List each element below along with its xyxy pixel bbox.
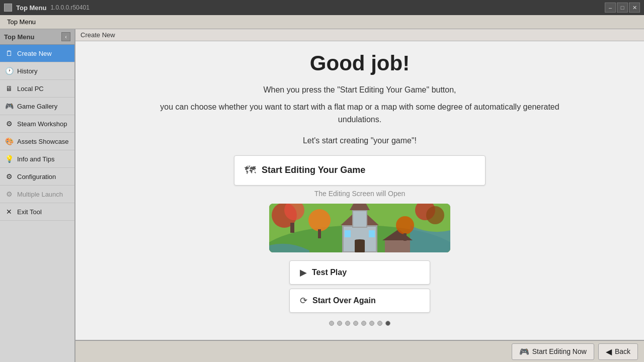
svg-rect-4 — [290, 223, 294, 233]
app-icon — [4, 4, 12, 12]
svg-point-21 — [396, 216, 414, 234]
history-icon: 🕐 — [4, 66, 14, 76]
sidebar-item-multiple-launch[interactable]: ⚙ Multiple Launch — [0, 186, 74, 203]
window-controls: – □ ✕ — [605, 3, 640, 13]
configuration-icon: ⚙ — [4, 171, 14, 182]
app-container: Top Menu ‹ 🗒 Create New 🕐 History 🖥 Loca… — [0, 29, 644, 362]
start-editing-now-icon: 🎮 — [519, 347, 529, 356]
game-preview-svg — [269, 204, 450, 252]
svg-rect-13 — [355, 239, 365, 252]
svg-rect-11 — [353, 211, 366, 227]
game-gallery-icon: 🎮 — [4, 101, 14, 111]
content-main: Good job! When you press the "Start Edit… — [75, 41, 644, 340]
sidebar-item-label: Steam Workshop — [17, 120, 67, 128]
sidebar-item-label: Multiple Launch — [17, 191, 63, 198]
pagination-dot-2[interactable] — [337, 321, 342, 326]
pagination — [329, 321, 390, 326]
test-play-label: Test Play — [312, 268, 347, 277]
svg-point-19 — [308, 209, 331, 231]
app-version: 1.0.0.0.r50401 — [50, 4, 89, 11]
game-preview-image — [269, 204, 450, 252]
svg-rect-15 — [369, 230, 375, 237]
sidebar-item-label: Game Gallery — [17, 103, 57, 110]
sidebar-item-label: Assets Showcase — [17, 138, 69, 145]
start-editing-now-label: Start Editing Now — [532, 347, 587, 355]
maximize-button[interactable]: □ — [617, 3, 628, 13]
test-play-icon: ▶ — [300, 267, 307, 278]
minimize-button[interactable]: – — [605, 3, 616, 13]
app-name: Top Menu — [16, 4, 46, 12]
start-editing-your-game-button[interactable]: 🗺 Start Editing Your Game — [234, 155, 486, 186]
description-line1: When you press the "Start Editing Your G… — [263, 83, 456, 97]
pagination-dot-5[interactable] — [361, 321, 366, 326]
description-line2: you can choose whether you want to start… — [158, 101, 561, 126]
sidebar-collapse-button[interactable]: ‹ — [61, 32, 70, 41]
back-button[interactable]: ◀ Back — [598, 343, 638, 360]
info-tips-icon: 💡 — [4, 154, 14, 164]
content-header-label: Create New — [80, 31, 115, 39]
svg-point-6 — [426, 206, 444, 224]
svg-rect-20 — [318, 229, 321, 238]
content-area: Create New Good job! When you press the … — [75, 29, 644, 362]
sidebar-item-steam-workshop[interactable]: ⚙ Steam Workshop — [0, 115, 74, 133]
menu-bar: Top Menu — [0, 15, 644, 29]
start-editing-icon: 🗺 — [245, 164, 256, 177]
steam-workshop-icon: ⚙ — [4, 119, 14, 129]
editing-screen-note: The Editing Screen will Open — [314, 190, 406, 198]
pagination-dot-1[interactable] — [329, 321, 334, 326]
sidebar-item-label: Local PC — [17, 85, 44, 93]
sidebar-item-local-pc[interactable]: 🖥 Local PC — [0, 80, 74, 98]
subtitle-text: Let's start creating "your game"! — [303, 136, 417, 145]
create-new-icon: 🗒 — [4, 48, 14, 58]
assets-showcase-icon: 🎨 — [4, 136, 14, 146]
pagination-dot-6[interactable] — [369, 321, 374, 326]
sidebar-header: Top Menu ‹ — [0, 29, 74, 45]
start-over-icon: ⟳ — [300, 295, 307, 306]
svg-rect-14 — [345, 230, 351, 237]
local-pc-icon: 🖥 — [4, 83, 14, 94]
sidebar-item-game-gallery[interactable]: 🎮 Game Gallery — [0, 98, 74, 115]
pagination-dot-4[interactable] — [353, 321, 358, 326]
start-editing-btn-label: Start Editing Your Game — [262, 165, 365, 175]
test-play-button[interactable]: ▶ Test Play — [289, 260, 430, 285]
sidebar-item-label: Info and Tips — [17, 155, 54, 163]
sidebar-item-history[interactable]: 🕐 History — [0, 62, 74, 80]
good-job-title: Good job! — [310, 51, 410, 75]
back-label: Back — [615, 347, 630, 355]
sidebar-title: Top Menu — [4, 33, 34, 41]
sidebar-item-label: Exit Tool — [17, 208, 42, 216]
svg-rect-22 — [404, 233, 407, 241]
sidebar-item-label: Configuration — [17, 173, 56, 180]
pagination-dot-8[interactable] — [385, 321, 390, 326]
sidebar: Top Menu ‹ 🗒 Create New 🕐 History 🖥 Loca… — [0, 29, 75, 362]
sidebar-item-label: Create New — [17, 50, 52, 57]
menu-top-menu[interactable]: Top Menu — [4, 17, 39, 27]
back-icon: ◀ — [606, 347, 612, 356]
start-over-again-button[interactable]: ⟳ Start Over Again — [289, 289, 430, 313]
footer: 🎮 Start Editing Now ◀ Back — [75, 340, 644, 362]
content-header: Create New — [75, 29, 644, 41]
start-editing-now-button[interactable]: 🎮 Start Editing Now — [512, 343, 594, 360]
sidebar-item-assets-showcase[interactable]: 🎨 Assets Showcase — [0, 133, 74, 150]
pagination-dot-7[interactable] — [377, 321, 382, 326]
start-over-label: Start Over Again — [312, 296, 376, 305]
sidebar-item-exit-tool[interactable]: ✕ Exit Tool — [0, 203, 74, 221]
title-bar: Top Menu 1.0.0.0.r50401 – □ ✕ — [0, 0, 644, 15]
exit-tool-icon: ✕ — [4, 207, 14, 217]
close-button[interactable]: ✕ — [629, 3, 640, 13]
sidebar-item-configuration[interactable]: ⚙ Configuration — [0, 168, 74, 186]
sidebar-item-create-new[interactable]: 🗒 Create New — [0, 45, 74, 62]
multiple-launch-icon: ⚙ — [4, 189, 14, 199]
sidebar-item-label: History — [17, 67, 37, 75]
pagination-dot-3[interactable] — [345, 321, 350, 326]
sidebar-item-info-and-tips[interactable]: 💡 Info and Tips — [0, 150, 74, 168]
svg-rect-16 — [385, 240, 410, 252]
